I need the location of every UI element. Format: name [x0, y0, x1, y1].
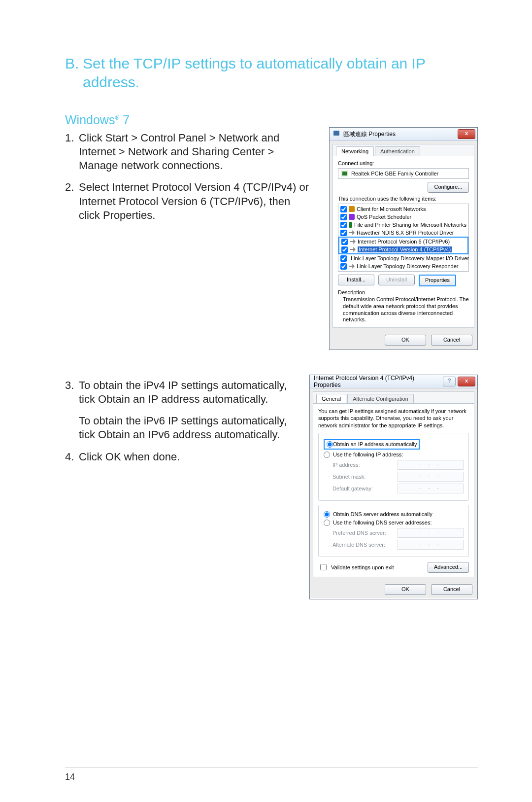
- list-item: Internet Protocol Version 6 (TCP/IPv6): [339, 238, 467, 245]
- ok-button[interactable]: OK: [385, 335, 426, 346]
- radio-use-dns[interactable]: [324, 520, 330, 526]
- adns-label: Alternate DNS server:: [332, 542, 398, 548]
- list-item: Client for Microsoft Networks: [338, 205, 468, 213]
- check-icon[interactable]: [340, 222, 347, 228]
- tab-networking[interactable]: Networking: [336, 146, 374, 156]
- tab-strip: General Alternate Configuration: [313, 392, 474, 404]
- share-icon: [349, 222, 352, 228]
- nic-icon: [341, 171, 348, 176]
- list-item: Link-Layer Topology Discovery Responder: [338, 262, 468, 270]
- mask-label: Subnet mask:: [332, 474, 398, 480]
- protocol-icon: [350, 239, 356, 244]
- pdns-label: Preferred DNS server:: [332, 530, 398, 536]
- network-icon: [333, 131, 340, 138]
- protocol-list[interactable]: Client for Microsoft Networks QoS Packet…: [338, 204, 469, 272]
- protocol-icon: [350, 247, 356, 252]
- validate-label: Validate settings upon exit: [331, 564, 394, 570]
- footer-rule: [65, 767, 478, 767]
- section-heading: B. Set the TCP/IP settings to automatica…: [65, 54, 478, 91]
- nic-field[interactable]: Realtek PCIe GBE Family Controller: [338, 168, 469, 179]
- radio-auto-dns[interactable]: [324, 511, 330, 518]
- list-item: Link-Layer Topology Discovery Mapper I/O…: [338, 254, 468, 262]
- list-item: File and Printer Sharing for Microsoft N…: [338, 221, 468, 229]
- highlight-box: Obtain an IP address automatically: [324, 439, 420, 450]
- validate-checkbox[interactable]: [320, 564, 327, 570]
- section-letter: B.: [65, 54, 83, 91]
- radio-use-ip[interactable]: [324, 452, 330, 458]
- page-number: 14: [65, 772, 75, 782]
- dialog-title: 區域連線 Properties: [343, 130, 458, 139]
- ip-label: IP address:: [332, 462, 398, 468]
- description-label: Description: [338, 289, 469, 295]
- list-item: Rawether NDIS 6.X SPR Protocol Driver: [338, 229, 468, 237]
- step-3: 3.To obtain the iPv4 IP settings automat…: [65, 379, 291, 406]
- check-icon[interactable]: [340, 263, 347, 270]
- cancel-button[interactable]: Cancel: [431, 335, 472, 346]
- ip-field: . . .: [398, 460, 464, 470]
- pdns-field: . . .: [398, 528, 464, 538]
- os-subheading: Windows® 7: [65, 113, 478, 127]
- dns-group: Obtain DNS server address automatically …: [318, 505, 469, 557]
- check-icon[interactable]: [340, 230, 347, 236]
- gw-label: Default gateway:: [332, 486, 398, 491]
- uses-items-label: This connection uses the following items…: [338, 196, 469, 202]
- qos-icon: [349, 214, 355, 220]
- connection-properties-dialog: 區域連線 Properties x Networking Authenticat…: [329, 127, 478, 350]
- tab-strip: Networking Authentication: [333, 144, 474, 156]
- radio-auto-ip[interactable]: [327, 441, 333, 448]
- client-icon: [349, 206, 355, 212]
- help-icon[interactable]: ?: [443, 377, 456, 386]
- tab-alternate[interactable]: Alternate Configuration: [347, 394, 414, 403]
- highlight-box: Internet Protocol Version 6 (TCP/IPv6) I…: [338, 237, 468, 254]
- step-3b: To obtain the iPv6 IP settings automatic…: [65, 414, 291, 442]
- description-text: Transmission Control Protocol/Internet P…: [343, 296, 469, 323]
- install-button[interactable]: Install...: [338, 275, 374, 285]
- list-item: QoS Packet Scheduler: [338, 213, 468, 221]
- ip-group: Obtain an IP address automatically Use t…: [318, 433, 469, 501]
- close-icon[interactable]: x: [458, 129, 475, 139]
- uninstall-button: Uninstall: [378, 275, 415, 285]
- connect-using-label: Connect using:: [338, 160, 469, 166]
- close-icon[interactable]: x: [458, 377, 475, 386]
- tab-authentication[interactable]: Authentication: [375, 146, 420, 156]
- ok-button[interactable]: OK: [385, 584, 426, 595]
- titlebar[interactable]: Internet Protocol Version 4 (TCP/IPv4) P…: [310, 375, 477, 388]
- check-icon[interactable]: [340, 206, 347, 212]
- step-1: 1.Click Start > Control Panel > Network …: [65, 131, 310, 173]
- protocol-icon: [349, 230, 355, 235]
- intro-text: You can get IP settings assigned automat…: [318, 408, 469, 429]
- check-icon[interactable]: [341, 246, 348, 253]
- gw-field: . . .: [398, 484, 464, 493]
- step-4: 4.Click OK when done.: [65, 450, 291, 464]
- check-icon[interactable]: [341, 239, 348, 245]
- protocol-icon: [349, 264, 355, 269]
- list-item-selected: Internet Protocol Version 4 (TCP/IPv4): [339, 245, 467, 253]
- configure-button[interactable]: Configure...: [428, 182, 469, 193]
- advanced-button[interactable]: Advanced...: [428, 562, 469, 573]
- tab-general[interactable]: General: [316, 394, 346, 403]
- adns-field: . . .: [398, 540, 464, 550]
- mask-field: . . .: [398, 472, 464, 482]
- cancel-button[interactable]: Cancel: [431, 584, 472, 595]
- titlebar[interactable]: 區域連線 Properties x: [330, 128, 477, 141]
- manual-page: B. Set the TCP/IP settings to automatica…: [0, 0, 532, 802]
- ipv4-properties-dialog: Internet Protocol Version 4 (TCP/IPv4) P…: [309, 375, 478, 599]
- dialog-title: Internet Protocol Version 4 (TCP/IPv4) P…: [314, 375, 443, 388]
- step-2: 2.Select Internet Protocol Version 4 (TC…: [65, 180, 310, 222]
- check-icon[interactable]: [340, 255, 347, 262]
- check-icon[interactable]: [340, 214, 347, 220]
- properties-button[interactable]: Properties: [419, 275, 456, 286]
- section-title: Set the TCP/IP settings to automatically…: [83, 54, 478, 91]
